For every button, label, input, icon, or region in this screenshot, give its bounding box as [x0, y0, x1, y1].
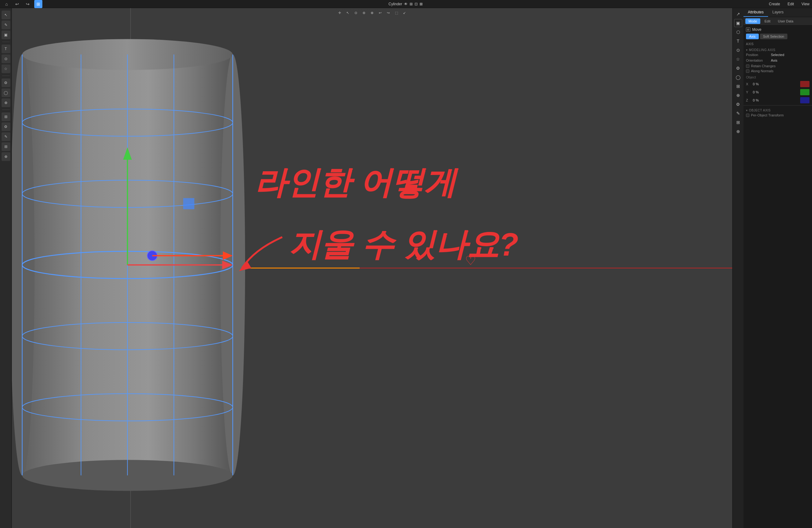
- per-object-label: Per-Object Transform: [751, 113, 784, 117]
- main-area: ↖ ✎ ▣ T ⊙ ☆ ⚙ ◯ ⊕ ⊞ ⚙ ✎ ⊞ ⊕ ✛ ↖ ⊙ ⊚ ⊗ ↩ …: [0, 8, 812, 528]
- toolbar-sep-3: [2, 109, 10, 110]
- z-bar: [800, 97, 810, 103]
- vp-tool-rect2[interactable]: ⬚: [393, 9, 400, 16]
- retain-changes-checkbox[interactable]: [746, 64, 750, 68]
- right-tool-transfer[interactable]: ⊕: [734, 127, 742, 135]
- sub-tab-mode[interactable]: Mode: [745, 18, 760, 24]
- left-tool-link[interactable]: ⊞: [2, 142, 10, 151]
- svg-rect-37: [183, 198, 194, 209]
- right-tool-text[interactable]: T: [734, 37, 742, 45]
- y-input[interactable]: [751, 89, 799, 95]
- left-tool-pen[interactable]: ✎: [2, 132, 10, 141]
- move-label: Move: [752, 27, 761, 32]
- svg-text:라인한 어떻게: 라인한 어떻게: [255, 164, 459, 201]
- right-icon-toolbar: ↗ ▣ ⬡ T ⊙ ☆ ⚙ ◯ ⊞ ⊕ ⚙ ✎ ⊞ ⊕: [732, 8, 743, 528]
- attr-tabs: Attributes Layers: [743, 8, 812, 17]
- left-tool-grid[interactable]: ⊞: [2, 112, 10, 121]
- right-tool-sculpt[interactable]: ✎: [734, 109, 742, 117]
- attributes-panel: Attributes Layers Mode Edit User Data ⊞ …: [743, 8, 812, 528]
- position-value: Selected: [771, 53, 810, 57]
- right-tool-lattice[interactable]: ⊞: [734, 82, 742, 90]
- toolbar-sep-2: [2, 76, 10, 76]
- mode-icon[interactable]: ⊞: [34, 0, 42, 8]
- z-input[interactable]: [751, 97, 799, 103]
- x-input[interactable]: [751, 81, 799, 87]
- header-obj-area: Cylinder 👁 ⊞ ⊡ ⊠: [388, 2, 423, 6]
- right-tool-rect[interactable]: ▣: [734, 19, 742, 27]
- right-tool-arrow[interactable]: ↗: [734, 10, 742, 18]
- per-object-checkbox[interactable]: [746, 114, 750, 117]
- move-icon: ⊞: [746, 27, 750, 32]
- object-axis-header[interactable]: OBJECT AXIS: [743, 107, 812, 113]
- left-tool-oval[interactable]: ◯: [2, 88, 10, 97]
- obj-icon-4: ⊠: [420, 2, 423, 6]
- viewport-canvas: 라인한 어떻게 지울 수 있나요? ♡: [12, 8, 732, 528]
- svg-text:♡: ♡: [465, 254, 476, 267]
- right-tool-circle[interactable]: ⊙: [734, 46, 742, 54]
- right-tool-connect[interactable]: ⊞: [734, 118, 742, 127]
- left-tool-text[interactable]: T: [2, 45, 10, 53]
- modeling-axis-header[interactable]: MODELING AXIS: [743, 46, 812, 52]
- viewport[interactable]: ✛ ↖ ⊙ ⊚ ⊗ ↩ ↪ ⬚ ↙ Default Camera 📷 Front: [12, 8, 732, 528]
- right-tool-star[interactable]: ☆: [734, 55, 742, 63]
- right-tool-deform[interactable]: ⚙: [734, 100, 742, 108]
- left-tool-star[interactable]: ☆: [2, 64, 10, 73]
- left-tool-config[interactable]: ⚙: [2, 122, 10, 131]
- view-menu[interactable]: View: [801, 2, 810, 6]
- header-left-icons: ⌂ ↩ ↪ ⊞: [2, 0, 42, 8]
- object-label: Object: [746, 75, 771, 79]
- along-normals-checkbox[interactable]: [746, 70, 750, 73]
- orientation-row: Orientation Axis: [743, 58, 812, 63]
- obj-icon-3: ⊡: [415, 2, 418, 6]
- move-title: ⊞ Move: [743, 26, 812, 34]
- left-tool-settings[interactable]: ⚙: [2, 78, 10, 87]
- vp-tool-undo[interactable]: ↩: [377, 9, 384, 16]
- vp-tool-select[interactable]: ↖: [345, 9, 351, 16]
- left-tool-anchor[interactable]: ⊕: [2, 152, 10, 161]
- vp-tool-redo[interactable]: ↪: [385, 9, 392, 16]
- y-row: Y: [743, 88, 812, 96]
- soft-selection-btn[interactable]: Soft Selection: [760, 34, 787, 39]
- z-label: Z: [746, 98, 751, 102]
- along-normals-label: Along Normals: [751, 69, 773, 73]
- sub-tab-userdata[interactable]: User Data: [775, 18, 797, 24]
- x-bar: [800, 81, 810, 87]
- right-tool-gear[interactable]: ⚙: [734, 64, 742, 72]
- z-row: Z: [743, 97, 812, 104]
- nav-icon-3[interactable]: ↪: [24, 0, 32, 8]
- vp-tool-snap[interactable]: ↙: [401, 9, 408, 16]
- x-row: X: [743, 80, 812, 88]
- left-tool-select[interactable]: ↖: [2, 11, 10, 19]
- left-tool-add[interactable]: ⊕: [2, 98, 10, 107]
- y-bar: [800, 89, 810, 95]
- left-tool-draw[interactable]: ✎: [2, 20, 10, 29]
- right-tool-oval[interactable]: ◯: [734, 73, 742, 81]
- y-label: Y: [746, 90, 751, 94]
- create-menu[interactable]: Create: [769, 2, 780, 6]
- nav-icon-1[interactable]: ⌂: [2, 0, 11, 8]
- retain-changes-label: Retain Changes: [751, 64, 775, 68]
- tab-layers[interactable]: Layers: [768, 8, 788, 17]
- header-bar: ⌂ ↩ ↪ ⊞ Cylinder 👁 ⊞ ⊡ ⊠ Create Edit Vie…: [0, 0, 812, 8]
- vp-tool-scale[interactable]: ⊚: [361, 9, 367, 16]
- along-normals-row: Along Normals: [743, 69, 812, 73]
- attr-sub-tabs: Mode Edit User Data: [743, 17, 812, 26]
- right-tool-cube[interactable]: ⬡: [734, 28, 742, 36]
- axis-btn[interactable]: Axis: [746, 34, 759, 39]
- vp-tool-rotate[interactable]: ⊙: [352, 9, 360, 16]
- nav-icon-2[interactable]: ↩: [13, 0, 21, 8]
- tab-attributes[interactable]: Attributes: [743, 8, 768, 17]
- vp-tool-move[interactable]: ✛: [336, 9, 343, 16]
- edit-menu[interactable]: Edit: [788, 2, 794, 6]
- object-row: Object: [743, 75, 812, 80]
- header-right-icons: Create Edit View: [769, 2, 810, 6]
- viewport-toolbar: ✛ ↖ ⊙ ⊚ ⊗ ↩ ↪ ⬚ ↙: [336, 9, 408, 16]
- position-row: Position Selected: [743, 52, 812, 57]
- right-tool-magnet[interactable]: ⊕: [734, 91, 742, 99]
- left-tool-rect[interactable]: ▣: [2, 30, 10, 39]
- retain-changes-row: Retain Changes: [743, 63, 812, 69]
- vp-tool-x[interactable]: ⊗: [369, 9, 376, 16]
- sub-tab-edit[interactable]: Edit: [762, 18, 774, 24]
- left-tool-circle[interactable]: ⊙: [2, 55, 10, 63]
- right-col: ↗ ▣ ⬡ T ⊙ ☆ ⚙ ◯ ⊞ ⊕ ⚙ ✎ ⊞ ⊕ Attributes L…: [732, 8, 812, 528]
